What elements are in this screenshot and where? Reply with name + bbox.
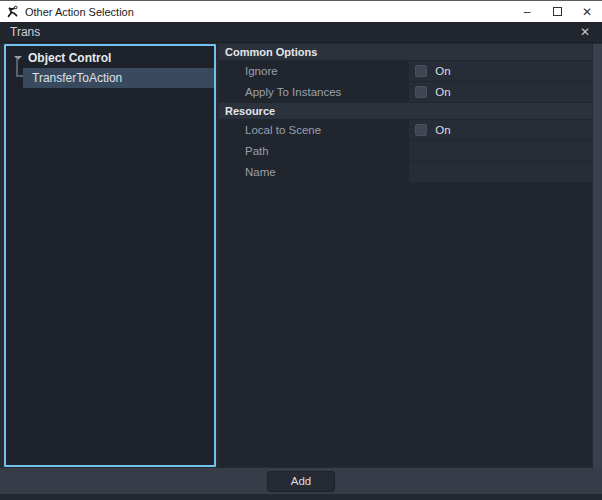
close-icon: ✕ [582, 5, 592, 19]
titlebar: Other Action Selection – ✕ [0, 0, 602, 22]
tree-root-object-control[interactable]: Object Control [6, 48, 214, 67]
property-label: Name [219, 162, 409, 182]
window-title: Other Action Selection [25, 6, 512, 18]
property-label: Apply To Instances [219, 82, 409, 102]
checkbox-apply-to-instances[interactable] [415, 86, 427, 98]
maximize-icon [553, 7, 562, 16]
section-header-common-options: Common Options [219, 44, 592, 60]
filter-clear-button[interactable]: ✕ [578, 25, 592, 39]
tree-root-label: Object Control [28, 51, 111, 65]
dialog-window: Other Action Selection – ✕ Trans ✕ Objec… [0, 0, 602, 500]
filter-bar: Trans ✕ [0, 22, 602, 43]
property-label: Local to Scene [219, 120, 409, 140]
property-value: On [409, 61, 592, 81]
checkbox-label: On [435, 124, 450, 136]
checkbox-ignore[interactable] [415, 65, 427, 77]
property-row-name: Name [219, 162, 592, 182]
section-title: Common Options [225, 46, 317, 58]
path-field[interactable] [409, 141, 592, 161]
window-controls: – ✕ [512, 1, 602, 22]
vertical-scrollbar[interactable] [593, 44, 602, 468]
section-title: Resource [225, 105, 275, 117]
property-label: Ignore [219, 61, 409, 81]
close-button[interactable]: ✕ [572, 1, 602, 22]
main-area: Object Control TransferToAction Common O… [0, 44, 602, 468]
tree-item-label: TransferToAction [32, 71, 122, 85]
add-button[interactable]: Add [267, 471, 335, 492]
app-icon [6, 5, 19, 18]
property-value: On [409, 82, 592, 102]
footer-bar: Add [0, 468, 602, 494]
property-label: Path [219, 141, 409, 161]
maximize-button[interactable] [542, 1, 572, 22]
clear-icon: ✕ [580, 25, 590, 39]
checkbox-label: On [435, 86, 450, 98]
name-field[interactable] [409, 162, 592, 182]
minimize-icon: – [524, 5, 531, 19]
filter-input[interactable]: Trans [10, 25, 578, 39]
property-row-local-to-scene: Local to Scene On [219, 120, 592, 140]
property-row-apply-to-instances: Apply To Instances On [219, 82, 592, 102]
window-bottom-edge [0, 494, 602, 500]
checkbox-label: On [435, 65, 450, 77]
section-header-resource: Resource [219, 103, 592, 119]
property-row-path: Path [219, 141, 592, 161]
property-row-ignore: Ignore On [219, 61, 592, 81]
minimize-button[interactable]: – [512, 1, 542, 22]
action-tree-panel: Object Control TransferToAction [4, 44, 216, 467]
inspector-panel: Common Options Ignore On Apply To Instan… [219, 44, 592, 467]
tree-item-transfertoaction[interactable]: TransferToAction [23, 68, 214, 88]
checkbox-local-to-scene[interactable] [415, 124, 427, 136]
property-value: On [409, 120, 592, 140]
